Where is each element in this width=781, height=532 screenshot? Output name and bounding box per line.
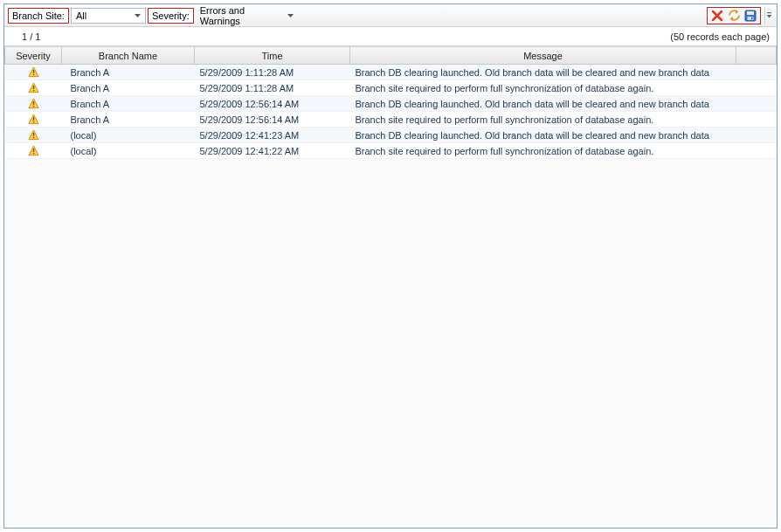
delete-button[interactable] bbox=[710, 9, 724, 23]
spacer-cell bbox=[736, 128, 777, 143]
time-cell: 5/29/2009 1:11:28 AM bbox=[195, 80, 350, 96]
branch-site-select[interactable]: All bbox=[71, 8, 146, 24]
severity-select[interactable]: Errors and Warnings bbox=[196, 8, 297, 24]
warning-icon bbox=[28, 114, 39, 125]
spacer-cell bbox=[736, 65, 777, 80]
message-cell: Branch DB clearing launched. Old branch … bbox=[350, 128, 736, 143]
table-row[interactable]: Branch A5/29/2009 1:11:28 AMBranch site … bbox=[5, 80, 777, 96]
severity-cell bbox=[5, 80, 62, 96]
warning-icon bbox=[28, 145, 39, 156]
spacer-cell bbox=[736, 112, 777, 128]
branch-cell: (local) bbox=[62, 128, 195, 143]
branch-cell: Branch A bbox=[62, 65, 195, 80]
warning-icon bbox=[28, 66, 39, 78]
time-cell: 5/29/2009 1:11:28 AM bbox=[195, 65, 350, 80]
spacer-cell bbox=[736, 96, 777, 112]
warning-icon bbox=[28, 98, 39, 109]
col-time[interactable]: Time bbox=[195, 47, 350, 65]
table-row[interactable]: (local)5/29/2009 12:41:22 AMBranch site … bbox=[5, 143, 777, 159]
table-row[interactable]: Branch A5/29/2009 1:11:28 AMBranch DB cl… bbox=[5, 65, 777, 80]
message-cell: Branch DB clearing launched. Old branch … bbox=[350, 96, 736, 112]
severity-cell bbox=[5, 128, 62, 143]
log-table-wrap: Severity Branch Name Time Message Branch… bbox=[4, 46, 777, 528]
severity-cell bbox=[5, 112, 62, 128]
svg-rect-9 bbox=[751, 17, 753, 19]
col-message[interactable]: Message bbox=[350, 47, 736, 65]
refresh-button[interactable] bbox=[727, 9, 741, 23]
severity-cell bbox=[5, 143, 62, 159]
severity-label: Severity: bbox=[148, 8, 194, 24]
branch-cell: (local) bbox=[62, 143, 195, 159]
warning-icon bbox=[28, 129, 39, 141]
message-cell: Branch DB clearing launched. Old branch … bbox=[350, 65, 736, 80]
time-cell: 5/29/2009 12:56:14 AM bbox=[195, 96, 350, 112]
chevron-down-icon bbox=[287, 14, 295, 17]
svg-marker-1 bbox=[287, 14, 294, 17]
toolbar: Branch Site: All Severity: Errors and Wa… bbox=[4, 4, 777, 27]
table-header-row: Severity Branch Name Time Message bbox=[5, 47, 777, 65]
col-branch[interactable]: Branch Name bbox=[62, 47, 195, 65]
spacer-cell bbox=[736, 143, 777, 159]
message-cell: Branch site required to perform full syn… bbox=[350, 80, 736, 96]
severity-value: Errors and Warnings bbox=[200, 5, 285, 26]
branch-cell: Branch A bbox=[62, 96, 195, 112]
spacer-cell bbox=[736, 80, 777, 96]
status-bar: 1 / 1 (50 records each page) bbox=[4, 27, 777, 46]
branch-cell: Branch A bbox=[62, 80, 195, 96]
svg-marker-0 bbox=[135, 14, 141, 17]
time-cell: 5/29/2009 12:56:14 AM bbox=[195, 112, 350, 128]
branch-site-label: Branch Site: bbox=[8, 8, 69, 24]
table-row[interactable]: Branch A5/29/2009 12:56:14 AMBranch DB c… bbox=[5, 96, 777, 112]
time-cell: 5/29/2009 12:41:22 AM bbox=[195, 143, 350, 159]
severity-cell bbox=[5, 96, 62, 112]
svg-rect-7 bbox=[747, 11, 754, 15]
message-cell: Branch site required to perform full syn… bbox=[350, 112, 736, 128]
log-table: Severity Branch Name Time Message Branch… bbox=[4, 46, 777, 159]
svg-marker-4 bbox=[736, 10, 739, 14]
toolbar-actions bbox=[707, 7, 761, 24]
svg-rect-10 bbox=[767, 12, 771, 13]
svg-marker-5 bbox=[729, 17, 733, 21]
severity-cell bbox=[5, 65, 62, 80]
toolbar-overflow-button[interactable] bbox=[764, 7, 773, 24]
save-button[interactable] bbox=[743, 9, 757, 23]
branch-site-value: All bbox=[76, 10, 86, 21]
time-cell: 5/29/2009 12:41:23 AM bbox=[195, 128, 350, 143]
message-cell: Branch site required to perform full syn… bbox=[350, 143, 736, 159]
svg-marker-11 bbox=[767, 15, 772, 18]
col-spacer bbox=[736, 47, 777, 65]
branch-cell: Branch A bbox=[62, 112, 195, 128]
page-info: 1 / 1 bbox=[22, 31, 40, 42]
warning-icon bbox=[28, 82, 39, 93]
col-severity[interactable]: Severity bbox=[5, 47, 62, 65]
chevron-down-icon bbox=[133, 10, 143, 22]
records-note: (50 records each page) bbox=[670, 31, 770, 42]
table-row[interactable]: (local)5/29/2009 12:41:23 AMBranch DB cl… bbox=[5, 128, 777, 143]
table-row[interactable]: Branch A5/29/2009 12:56:14 AMBranch site… bbox=[5, 112, 777, 128]
